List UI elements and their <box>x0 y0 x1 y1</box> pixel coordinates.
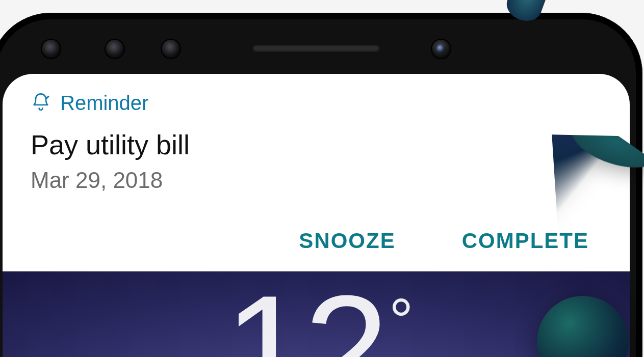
sensor-icon <box>41 39 61 59</box>
degree-icon: ° <box>389 285 408 355</box>
lockscreen-temperature: 12 ° <box>224 272 408 357</box>
sensor-icon <box>161 39 181 59</box>
phone-screen: Reminder Pay utility bill Mar 29, 2018 S… <box>3 74 630 357</box>
speaker-grill <box>252 45 380 52</box>
phone-frame: Reminder Pay utility bill Mar 29, 2018 S… <box>0 13 642 357</box>
notification-app-name: Reminder <box>60 92 148 115</box>
notification-header: Reminder <box>31 92 602 115</box>
sensor-icon <box>105 39 125 59</box>
front-camera-icon <box>431 39 451 59</box>
phone-inner-frame: Reminder Pay utility bill Mar 29, 2018 S… <box>0 19 636 357</box>
notification-title: Pay utility bill <box>31 129 602 160</box>
phone-top-bezel <box>3 25 630 74</box>
reminder-notification[interactable]: Reminder Pay utility bill Mar 29, 2018 S… <box>3 74 630 271</box>
complete-button[interactable]: COMPLETE <box>462 229 589 253</box>
temperature-value: 12 <box>224 272 384 357</box>
snooze-button[interactable]: SNOOZE <box>299 229 395 253</box>
notification-actions: SNOOZE COMPLETE <box>31 229 602 253</box>
notification-date: Mar 29, 2018 <box>31 168 602 193</box>
reminder-bell-icon <box>31 92 51 115</box>
